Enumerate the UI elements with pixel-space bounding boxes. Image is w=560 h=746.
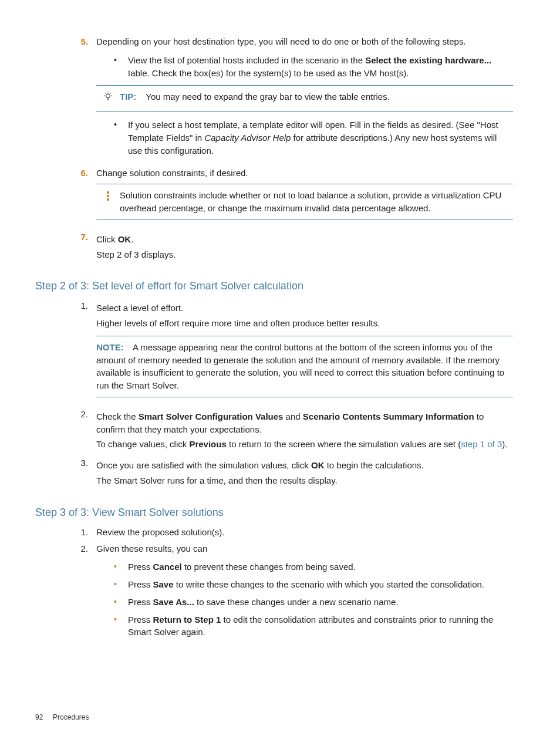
- svg-line-4: [105, 93, 106, 93]
- step2-3: 3. Once you are satisfied with the simul…: [65, 457, 513, 490]
- ordered-list-main: 5. Depending on your host destination ty…: [65, 35, 513, 263]
- note-label: NOTE:: [96, 342, 124, 352]
- step2-2: 2. Check the Smart Solver Configuration …: [65, 408, 513, 453]
- bullet-dot: •: [114, 578, 128, 591]
- italic-text: Capacity Advisor Help: [204, 133, 291, 143]
- text: and: [283, 411, 302, 421]
- step3-2: 2. Given these results, you can • Press …: [65, 542, 513, 645]
- text: Once you are satisfied with the simulati…: [96, 460, 311, 470]
- bold-text: Save: [153, 579, 174, 589]
- step-number: 3.: [65, 457, 96, 490]
- step-text: Depending on your host destination type,…: [96, 36, 466, 46]
- sub-text: Higher levels of effort require more tim…: [96, 317, 513, 330]
- step3-1: 1. Review the proposed solution(s).: [65, 526, 513, 539]
- text: .: [131, 234, 133, 244]
- text: Review the proposed solution(s).: [96, 526, 513, 539]
- tip-text: You may need to expand the gray bar to v…: [146, 92, 390, 102]
- bold-text: OK: [311, 460, 325, 470]
- text: to return to the screen where the simula…: [227, 439, 461, 449]
- heading-step-2: Step 2 of 3: Set level of effort for Sma…: [35, 278, 513, 293]
- note-callout: NOTE: A message appearing near the contr…: [96, 336, 513, 397]
- step-number: 6.: [65, 167, 96, 227]
- text: to save these changes under a new scenar…: [194, 597, 399, 607]
- bullet-item: • View the list of potential hosts inclu…: [114, 54, 513, 80]
- text: Select a level of effort.: [96, 302, 513, 315]
- sub-bullet-list: • If you select a host template, a templ…: [114, 119, 513, 157]
- result-options-list: • Press Cancel to prevent these changes …: [114, 561, 513, 639]
- bold-text: Save As...: [153, 597, 194, 607]
- bullet-dot: •: [114, 613, 128, 639]
- text: To change values, click: [96, 439, 189, 449]
- bullet-item: • Press Save As... to save these changes…: [114, 596, 513, 609]
- bold-text: Return to Step 1: [153, 615, 221, 625]
- bold-text: OK: [118, 234, 131, 244]
- text: Click: [96, 234, 118, 244]
- text: Press: [128, 597, 153, 607]
- step-number: 2.: [65, 408, 96, 453]
- step-6: 6. Change solution constraints, if desir…: [65, 167, 513, 227]
- step-number: 1.: [65, 526, 96, 539]
- lightbulb-icon: [96, 90, 120, 106]
- text: to begin the calculations.: [325, 460, 424, 470]
- bold-text: Previous: [189, 439, 226, 449]
- section-1: 5. Depending on your host destination ty…: [65, 35, 513, 263]
- bold-text: Cancel: [153, 562, 182, 572]
- text: to write these changes to the scenario w…: [174, 579, 484, 589]
- step-number: 5.: [65, 35, 96, 163]
- svg-point-0: [106, 94, 110, 98]
- tip-label: TIP:: [120, 92, 136, 102]
- step2-1: 1. Select a level of effort. Higher leve…: [65, 299, 513, 404]
- section-2: 1. Select a level of effort. Higher leve…: [65, 299, 513, 489]
- step-5: 5. Depending on your host destination ty…: [65, 35, 513, 163]
- sub-text: Step 2 of 3 displays.: [96, 248, 513, 261]
- step-7: 7. Click OK. Step 2 of 3 displays.: [65, 231, 513, 264]
- bullet-item: • Press Save to write these changes to t…: [114, 578, 513, 591]
- bullet-item: • Press Return to Step 1 to edit the con…: [114, 613, 513, 639]
- step-number: 2.: [65, 542, 96, 645]
- tip-callout: TIP: You may need to expand the gray bar…: [96, 85, 513, 112]
- ordered-list-step2: 1. Select a level of effort. Higher leve…: [65, 299, 513, 489]
- ordered-list-step3: 1. Review the proposed solution(s). 2. G…: [65, 526, 513, 644]
- note-callout: ••• Solution constraints include whether…: [96, 184, 513, 220]
- text: Given these results, you can: [96, 544, 207, 553]
- step-text: Change solution constraints, if desired.: [96, 168, 248, 178]
- text: Press: [128, 562, 153, 572]
- note-text: A message appearing near the control but…: [96, 342, 504, 390]
- svg-line-5: [110, 93, 111, 93]
- bold-text: Smart Solver Configuration Values: [139, 411, 284, 421]
- bold-text: Scenario Contents Summary Information: [303, 411, 474, 421]
- text: Check the: [96, 411, 139, 421]
- note-text: Solution constraints include whether or …: [120, 190, 501, 213]
- bullet-item: • If you select a host template, a templ…: [114, 119, 513, 157]
- sub-bullet-list: • View the list of potential hosts inclu…: [114, 54, 513, 80]
- text: to prevent these changes from being save…: [182, 562, 356, 572]
- text: View the list of potential hosts include…: [128, 55, 365, 65]
- text: table. Check the box(es) for the system(…: [128, 68, 409, 78]
- step-number: 1.: [65, 299, 96, 404]
- heading-step-3: Step 3 of 3: View Smart Solver solutions: [35, 505, 513, 520]
- bullet-dot: •: [114, 561, 128, 573]
- text: Press: [128, 579, 153, 589]
- step-number: 7.: [65, 231, 96, 264]
- text: Press: [128, 615, 153, 625]
- link-text[interactable]: step 1 of 3: [461, 439, 502, 449]
- bullet-dot: •: [114, 119, 128, 157]
- text: ).: [502, 439, 507, 449]
- bullet-item: • Press Cancel to prevent these changes …: [114, 561, 513, 573]
- bold-text: Select the existing hardware...: [365, 55, 491, 65]
- bullet-dot: •: [114, 596, 128, 609]
- vertical-dots-icon: •••: [96, 189, 120, 215]
- sub-text: The Smart Solver runs for a time, and th…: [96, 474, 513, 487]
- section-3: 1. Review the proposed solution(s). 2. G…: [65, 526, 513, 644]
- bullet-dot: •: [114, 54, 128, 80]
